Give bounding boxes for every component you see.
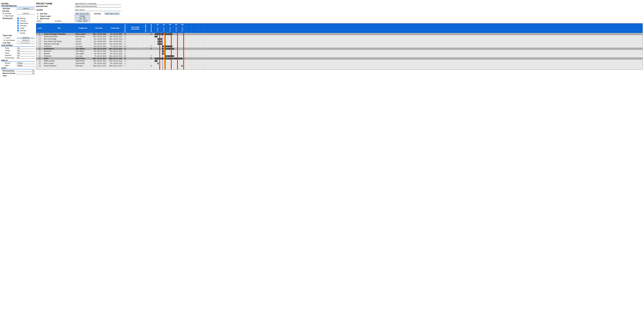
cell-finish-date: Fri, Jan 20, 2012: [107, 33, 123, 35]
table-row[interactable]: 1Product Package PreparationBruce Jenner…: [36, 33, 155, 35]
day-monday[interactable]: Monday: [17, 17, 35, 19]
gantt-bar[interactable]: [158, 63, 158, 64]
week-header: [186, 23, 192, 26]
gantt-bar[interactable]: [155, 60, 158, 62]
cell-remaining: 5: [148, 48, 155, 50]
display-slider[interactable]: Weekly: [17, 65, 35, 66]
table-row[interactable]: 1.3User Guide Cover DesignLisa GirlThu, …: [36, 40, 155, 43]
marker-line-red: [183, 33, 184, 70]
cell-finish-date: Mon, Jan 09, 2012: [107, 38, 123, 40]
cell-remaining: 13: [148, 65, 155, 67]
cell-remaining: 3: [148, 45, 155, 47]
marker-leave[interactable]: Yes: [17, 52, 35, 54]
week-date-header: 01/09/12: [161, 26, 167, 33]
cell-start-date: Tue, Jan 10, 2012: [91, 50, 107, 52]
table-row[interactable]: 2.3ProductionLois LangFri, Jan 13, 2012M…: [36, 55, 155, 57]
cell-finish-date: Mon, Jan 23, 2012: [107, 55, 123, 57]
day-wednesday[interactable]: Wednesday: [17, 22, 35, 24]
col-level: Level: [36, 23, 43, 33]
todays-date-label: Today's Date: [1, 35, 16, 36]
week-period-radio[interactable]: Week Period: [1, 15, 16, 17]
actual-radio[interactable]: Actual: [1, 37, 16, 39]
cell-remaining: [148, 40, 155, 43]
gantt-bar[interactable]: [155, 33, 172, 35]
cell-ahead-behind: [144, 33, 148, 35]
cell-remaining: [148, 50, 155, 52]
cell-finish-realization: [127, 55, 144, 57]
table-row[interactable]: 1.4Warranty Card DesignLisa GirlThu, Jan…: [36, 43, 155, 45]
cell-working-days: 10: [123, 45, 127, 47]
week-slider[interactable]: ◀▶: [36, 20, 42, 22]
cell-level: 2.1: [36, 50, 43, 52]
gantt-bar[interactable]: [155, 58, 182, 59]
project-name[interactable]: NEW PRODUCT LAUNCHING: [75, 3, 121, 5]
cell-working-days: 30: [123, 57, 127, 60]
cell-level: 3.3: [36, 65, 43, 67]
cell-task: Marketing Kit: [43, 48, 75, 50]
gantt-bar[interactable]: [182, 65, 182, 67]
timeline-row: [155, 38, 642, 40]
week-date-header: 01/02/12: [155, 26, 161, 33]
day-thursday[interactable]: Thursday: [17, 25, 35, 27]
cell-start-date: Mon, Jan 02, 2012: [91, 35, 107, 38]
leader-label: LEADER: [36, 9, 75, 11]
marker-line-red: [171, 33, 172, 70]
end-date-value[interactable]: 1-Feb-12: [17, 12, 35, 14]
start-date-value[interactable]: 2-Jan-12: [17, 7, 35, 9]
week-header: [198, 23, 204, 26]
cell-start-date: Thu, Jan 05, 2012: [91, 40, 107, 43]
user-defined-radio[interactable]: User Defined: [1, 39, 16, 41]
gantt-bar[interactable]: [165, 55, 174, 57]
cell-level: 1.1: [36, 35, 43, 38]
marker-startend[interactable]: Yes: [17, 54, 35, 56]
level-type-label: Level Type: [1, 42, 16, 44]
cell-working-days: 5: [123, 40, 127, 43]
table-row[interactable]: 1.5ProductionLois LangTue, Jan 10, 2012F…: [36, 45, 155, 48]
cell-finish-date: Wed, Feb 01, 2012: [107, 65, 123, 67]
user-defined-value[interactable]: 18-Jan-12: [17, 39, 35, 41]
gantt-bar[interactable]: [155, 36, 158, 37]
day-tuesday[interactable]: Tuesday: [17, 20, 35, 22]
cell-task: Book Location: [43, 62, 75, 65]
day-saturday[interactable]: Saturday: [17, 30, 35, 31]
table-row[interactable]: 2.2BannersJohn HarperTue, Jan 10, 2012Th…: [36, 52, 155, 55]
cell-assignment: Sarah Parker: [75, 62, 91, 65]
display-window[interactable]: 8 Week: [17, 62, 35, 64]
marker-holiday[interactable]: Yes: [17, 49, 35, 51]
gantt-bar[interactable]: [162, 45, 172, 47]
description-label: DESCRIPTION: [36, 5, 75, 7]
cell-finish-realization: [127, 62, 144, 65]
cell-finish-realization: [127, 43, 144, 45]
description-value[interactable]: Prepare new product launching: [75, 5, 121, 7]
marker-passing[interactable]: No: [17, 57, 35, 59]
timeline-row: [155, 62, 642, 65]
cell-finish-date: Wed, Jan 04, 2012: [107, 35, 123, 38]
leader-value[interactable]: Bruce Jenner: [75, 9, 121, 11]
table-row[interactable]: 1.2Box Cover DesignLisa GirlThu, Jan 05,…: [36, 38, 155, 40]
cell-level: 2.2: [36, 52, 43, 55]
level-type-value[interactable]: 1; 1.1; 1.1.1; ..: [17, 42, 35, 44]
table-row[interactable]: 2.1BrochuresJohn WayneTue, Jan 10, 2012T…: [36, 50, 155, 52]
cell-remaining: [148, 62, 155, 65]
table-row[interactable]: 2Marketing KitJohn WayneTue, Jan 10, 201…: [36, 48, 155, 50]
cell-assignment: Bruce Jenner: [75, 35, 91, 38]
end-date-radio[interactable]: End Date: [1, 12, 16, 14]
table-row[interactable]: 3.3Press ConferencePeter KentWed, Feb 01…: [36, 65, 155, 67]
cell-level: 2.3: [36, 55, 43, 57]
cell-start-date: Mon, Jan 02, 2012: [91, 33, 107, 35]
alert-remaining[interactable]: No: [17, 70, 35, 72]
week-date-header: 01/23/12: [173, 26, 180, 33]
cell-level: 1.3: [36, 40, 43, 43]
table-row[interactable]: 3.2Book LocationSarah ParkerThu, Jan 05,…: [36, 62, 155, 65]
day-friday[interactable]: Friday: [17, 27, 35, 29]
table-row[interactable]: 3EventSarah ParkerMon, Jan 02, 2012Wed, …: [36, 57, 155, 60]
col-remaining: Remaining W: [148, 23, 155, 33]
table-row[interactable]: 3.1Define LocationSarah ParkerMon, Jan 0…: [36, 60, 155, 62]
settings-panel: SETTING DATE INFORMATION Start Date : 2-…: [1, 2, 35, 77]
table-row[interactable]: 1.1Define Brand NameBruce JennerMon, Jan…: [36, 35, 155, 38]
actual-date-value[interactable]: 6-Feb-12: [17, 37, 35, 39]
cell-assignment: Sarah Parker: [75, 57, 91, 60]
day-sunday[interactable]: Sunday: [17, 32, 35, 34]
marker-today[interactable]: Yes: [17, 47, 35, 49]
alert-maxparallel[interactable]: No: [17, 72, 35, 74]
